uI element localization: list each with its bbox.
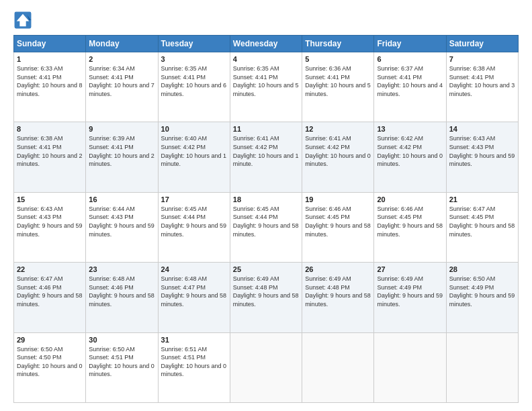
calendar-cell: 7Sunrise: 6:38 AMSunset: 4:41 PMDaylight… xyxy=(446,52,518,122)
day-number: 13 xyxy=(377,125,443,133)
day-number: 1 xyxy=(17,55,83,63)
day-number: 31 xyxy=(161,336,227,344)
cell-info: Sunrise: 6:48 AMSunset: 4:46 PMDaylight:… xyxy=(89,275,154,308)
calendar-cell: 19Sunrise: 6:46 AMSunset: 4:45 PMDayligh… xyxy=(302,192,374,262)
day-number: 17 xyxy=(161,195,227,203)
day-number: 6 xyxy=(377,55,443,63)
page: SundayMondayTuesdayWednesdayThursdayFrid… xyxy=(0,0,532,411)
day-number: 16 xyxy=(89,195,154,203)
day-number: 4 xyxy=(233,55,299,63)
weekday-header-thursday: Thursday xyxy=(302,36,374,52)
header xyxy=(13,11,519,30)
cell-info: Sunrise: 6:44 AMSunset: 4:43 PMDaylight:… xyxy=(89,205,154,238)
calendar-cell: 29Sunrise: 6:50 AMSunset: 4:50 PMDayligh… xyxy=(14,332,86,402)
day-number: 24 xyxy=(161,265,227,273)
weekday-header-monday: Monday xyxy=(86,36,158,52)
calendar-cell: 26Sunrise: 6:49 AMSunset: 4:48 PMDayligh… xyxy=(302,263,374,332)
day-number: 5 xyxy=(305,55,371,63)
day-number: 15 xyxy=(17,195,83,203)
calendar-cell: 28Sunrise: 6:50 AMSunset: 4:49 PMDayligh… xyxy=(446,263,518,332)
calendar-cell: 23Sunrise: 6:48 AMSunset: 4:46 PMDayligh… xyxy=(86,263,158,332)
cell-info: Sunrise: 6:40 AMSunset: 4:42 PMDaylight:… xyxy=(161,134,227,168)
calendar-cell xyxy=(302,332,374,402)
cell-info: Sunrise: 6:33 AMSunset: 4:41 PMDaylight:… xyxy=(17,64,83,98)
day-number: 25 xyxy=(233,265,299,273)
day-number: 19 xyxy=(305,195,371,203)
weekday-header-saturday: Saturday xyxy=(446,36,518,52)
cell-info: Sunrise: 6:49 AMSunset: 4:48 PMDaylight:… xyxy=(233,275,299,308)
cell-info: Sunrise: 6:35 AMSunset: 4:41 PMDaylight:… xyxy=(233,64,299,98)
weekday-header-friday: Friday xyxy=(374,36,446,52)
weekday-header-tuesday: Tuesday xyxy=(158,36,230,52)
calendar-week-3: 15Sunrise: 6:43 AMSunset: 4:43 PMDayligh… xyxy=(14,192,519,262)
day-number: 8 xyxy=(17,125,83,133)
cell-info: Sunrise: 6:47 AMSunset: 4:45 PMDaylight:… xyxy=(449,205,515,238)
weekday-header-wednesday: Wednesday xyxy=(230,36,302,52)
day-number: 20 xyxy=(377,195,443,203)
calendar-cell: 15Sunrise: 6:43 AMSunset: 4:43 PMDayligh… xyxy=(14,192,86,262)
calendar-cell: 2Sunrise: 6:34 AMSunset: 4:41 PMDaylight… xyxy=(86,52,158,122)
calendar-cell: 14Sunrise: 6:43 AMSunset: 4:43 PMDayligh… xyxy=(446,122,518,192)
calendar-week-5: 29Sunrise: 6:50 AMSunset: 4:50 PMDayligh… xyxy=(14,332,519,402)
calendar-cell: 18Sunrise: 6:45 AMSunset: 4:44 PMDayligh… xyxy=(230,192,302,262)
day-number: 2 xyxy=(89,55,154,63)
calendar-cell: 25Sunrise: 6:49 AMSunset: 4:48 PMDayligh… xyxy=(230,263,302,332)
calendar-week-2: 8Sunrise: 6:38 AMSunset: 4:41 PMDaylight… xyxy=(14,122,519,192)
day-number: 22 xyxy=(17,265,83,273)
cell-info: Sunrise: 6:48 AMSunset: 4:47 PMDaylight:… xyxy=(161,275,227,308)
calendar-cell: 9Sunrise: 6:39 AMSunset: 4:41 PMDaylight… xyxy=(86,122,158,192)
calendar-cell: 1Sunrise: 6:33 AMSunset: 4:41 PMDaylight… xyxy=(14,52,86,122)
day-number: 14 xyxy=(449,125,515,133)
day-number: 11 xyxy=(233,125,299,133)
calendar-cell: 24Sunrise: 6:48 AMSunset: 4:47 PMDayligh… xyxy=(158,263,230,332)
calendar-cell xyxy=(446,332,518,402)
calendar-cell: 31Sunrise: 6:51 AMSunset: 4:51 PMDayligh… xyxy=(158,332,230,402)
logo xyxy=(13,11,35,30)
cell-info: Sunrise: 6:51 AMSunset: 4:51 PMDaylight:… xyxy=(161,345,227,379)
cell-info: Sunrise: 6:37 AMSunset: 4:41 PMDaylight:… xyxy=(377,64,443,98)
cell-info: Sunrise: 6:43 AMSunset: 4:43 PMDaylight:… xyxy=(17,205,83,238)
calendar-cell: 17Sunrise: 6:45 AMSunset: 4:44 PMDayligh… xyxy=(158,192,230,262)
calendar-cell: 8Sunrise: 6:38 AMSunset: 4:41 PMDaylight… xyxy=(14,122,86,192)
calendar-cell: 21Sunrise: 6:47 AMSunset: 4:45 PMDayligh… xyxy=(446,192,518,262)
cell-info: Sunrise: 6:39 AMSunset: 4:41 PMDaylight:… xyxy=(89,134,154,168)
cell-info: Sunrise: 6:35 AMSunset: 4:41 PMDaylight:… xyxy=(161,64,227,98)
cell-info: Sunrise: 6:50 AMSunset: 4:51 PMDaylight:… xyxy=(89,345,154,379)
calendar-cell xyxy=(374,332,446,402)
day-number: 12 xyxy=(305,125,371,133)
day-number: 28 xyxy=(449,265,515,273)
calendar-cell: 11Sunrise: 6:41 AMSunset: 4:42 PMDayligh… xyxy=(230,122,302,192)
cell-info: Sunrise: 6:38 AMSunset: 4:41 PMDaylight:… xyxy=(449,64,515,98)
calendar-table: SundayMondayTuesdayWednesdayThursdayFrid… xyxy=(13,35,519,403)
calendar-cell: 5Sunrise: 6:36 AMSunset: 4:41 PMDaylight… xyxy=(302,52,374,122)
cell-info: Sunrise: 6:34 AMSunset: 4:41 PMDaylight:… xyxy=(89,64,154,98)
cell-info: Sunrise: 6:50 AMSunset: 4:50 PMDaylight:… xyxy=(17,345,83,379)
calendar-cell xyxy=(230,332,302,402)
calendar-cell: 13Sunrise: 6:42 AMSunset: 4:42 PMDayligh… xyxy=(374,122,446,192)
calendar-cell: 30Sunrise: 6:50 AMSunset: 4:51 PMDayligh… xyxy=(86,332,158,402)
day-number: 23 xyxy=(89,265,154,273)
cell-info: Sunrise: 6:45 AMSunset: 4:44 PMDaylight:… xyxy=(233,205,299,238)
cell-info: Sunrise: 6:42 AMSunset: 4:42 PMDaylight:… xyxy=(377,134,443,168)
weekday-header-sunday: Sunday xyxy=(14,36,86,52)
day-number: 3 xyxy=(161,55,227,63)
calendar-cell: 16Sunrise: 6:44 AMSunset: 4:43 PMDayligh… xyxy=(86,192,158,262)
cell-info: Sunrise: 6:38 AMSunset: 4:41 PMDaylight:… xyxy=(17,134,83,168)
day-number: 21 xyxy=(449,195,515,203)
cell-info: Sunrise: 6:46 AMSunset: 4:45 PMDaylight:… xyxy=(377,205,443,238)
cell-info: Sunrise: 6:46 AMSunset: 4:45 PMDaylight:… xyxy=(305,205,371,238)
calendar-cell: 12Sunrise: 6:41 AMSunset: 4:42 PMDayligh… xyxy=(302,122,374,192)
cell-info: Sunrise: 6:49 AMSunset: 4:48 PMDaylight:… xyxy=(305,275,371,308)
day-number: 9 xyxy=(89,125,154,133)
cell-info: Sunrise: 6:50 AMSunset: 4:49 PMDaylight:… xyxy=(449,275,515,308)
day-number: 27 xyxy=(377,265,443,273)
calendar-cell: 6Sunrise: 6:37 AMSunset: 4:41 PMDaylight… xyxy=(374,52,446,122)
calendar-cell: 22Sunrise: 6:47 AMSunset: 4:46 PMDayligh… xyxy=(14,263,86,332)
cell-info: Sunrise: 6:41 AMSunset: 4:42 PMDaylight:… xyxy=(305,134,371,168)
cell-info: Sunrise: 6:47 AMSunset: 4:46 PMDaylight:… xyxy=(17,275,83,308)
cell-info: Sunrise: 6:43 AMSunset: 4:43 PMDaylight:… xyxy=(449,134,515,168)
logo-icon xyxy=(13,11,32,30)
day-number: 18 xyxy=(233,195,299,203)
cell-info: Sunrise: 6:45 AMSunset: 4:44 PMDaylight:… xyxy=(161,205,227,238)
calendar-week-1: 1Sunrise: 6:33 AMSunset: 4:41 PMDaylight… xyxy=(14,52,519,122)
